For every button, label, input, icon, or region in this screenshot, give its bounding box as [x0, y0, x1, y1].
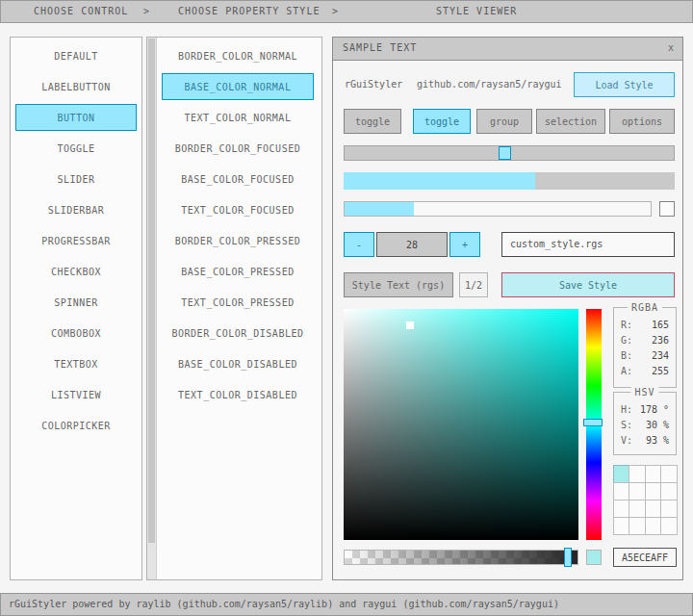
- scrollbar-thumb[interactable]: [148, 38, 155, 543]
- color-sample-cell[interactable]: [660, 482, 678, 500]
- color-sample-cell[interactable]: [660, 465, 678, 483]
- checkbox[interactable]: [659, 201, 675, 217]
- control-item-textbox[interactable]: TEXTBOX: [15, 350, 137, 377]
- property-item-text-color-focused[interactable]: TEXT_COLOR_FOCUSED: [162, 196, 314, 223]
- color-sample-cell[interactable]: [645, 517, 662, 535]
- rgba-value-a[interactable]: 255: [652, 364, 669, 379]
- hsv-value-v[interactable]: 93 %: [646, 433, 669, 449]
- repo-link-label[interactable]: github.com/raysan5/raygui: [417, 72, 562, 97]
- chevron-right-icon: >: [143, 1, 150, 22]
- window-titlebar[interactable]: SAMPLE TEXT x: [333, 38, 682, 61]
- hsv-label-v: V:: [621, 433, 632, 449]
- control-item-spinner[interactable]: SPINNER: [15, 289, 137, 316]
- color-sample-cell[interactable]: [645, 500, 662, 518]
- hsv-label-h: H:: [621, 402, 632, 418]
- control-item-combobox[interactable]: COMBOBOX: [15, 320, 137, 346]
- control-item-sliderbar[interactable]: SLIDERBAR: [15, 196, 137, 223]
- progress-bar-fill: [344, 172, 535, 190]
- rgba-value-g[interactable]: 236: [652, 333, 669, 348]
- current-color-swatch: [586, 550, 602, 565]
- rgba-value-b[interactable]: 234: [652, 348, 669, 364]
- rguistyler-app: CHOOSE CONTROL > CHOOSE PROPERTY STYLE >…: [0, 0, 693, 616]
- rgba-value-r[interactable]: 165: [652, 318, 669, 333]
- slider[interactable]: [344, 145, 675, 161]
- control-item-button[interactable]: BUTTON: [15, 104, 137, 131]
- steps-bar: CHOOSE CONTROL > CHOOSE PROPERTY STYLE >…: [0, 0, 693, 23]
- style-text-button[interactable]: Style Text (rgs): [344, 272, 453, 297]
- property-item-base-color-focused[interactable]: BASE_COLOR_FOCUSED: [162, 166, 314, 192]
- control-item-listview[interactable]: LISTVIEW: [15, 381, 137, 408]
- rgba-group: RGBA R: 165 G: 236 B: 234 A: 255: [613, 307, 677, 388]
- hsv-value-s[interactable]: 30 %: [646, 418, 669, 433]
- control-item-default[interactable]: DEFAULT: [15, 42, 137, 69]
- file-name-input[interactable]: custom_style.rgs: [501, 232, 675, 257]
- property-item-base-color-pressed[interactable]: BASE_COLOR_PRESSED: [162, 258, 314, 285]
- color-sample-cell[interactable]: [613, 482, 630, 500]
- property-item-border-color-pressed[interactable]: BORDER_COLOR_PRESSED: [162, 227, 314, 254]
- hsv-group: HSV H: 178 ° S: 30 % V: 93 %: [613, 392, 677, 455]
- color-sample-cell[interactable]: [613, 465, 630, 483]
- color-picker-panel[interactable]: [344, 309, 578, 540]
- hue-handle[interactable]: [583, 419, 603, 426]
- property-item-text-color-normal[interactable]: TEXT_COLOR_NORMAL: [162, 104, 314, 131]
- color-sample-cell[interactable]: [645, 465, 662, 483]
- rgba-group-title: RGBA: [628, 302, 662, 313]
- color-sample-cell[interactable]: [660, 500, 678, 518]
- spinner-decrease-button[interactable]: -: [344, 232, 374, 257]
- hsv-row-s: S: 30 %: [614, 418, 676, 433]
- toggle-group-item-group[interactable]: group: [476, 109, 532, 134]
- page-indicator-button[interactable]: 1/2: [459, 272, 488, 297]
- property-item-base-color-normal[interactable]: BASE_COLOR_NORMAL: [162, 73, 314, 100]
- alpha-slider-handle[interactable]: [564, 548, 572, 567]
- property-item-text-color-pressed[interactable]: TEXT_COLOR_PRESSED: [162, 289, 314, 316]
- color-picker-cursor[interactable]: [406, 321, 414, 329]
- rgba-row-b: B: 234: [614, 348, 676, 364]
- slider-bar-fill: [345, 202, 414, 216]
- load-style-button[interactable]: Load Style: [574, 72, 675, 97]
- color-sample-cell[interactable]: [613, 517, 630, 535]
- control-item-slider[interactable]: SLIDER: [15, 166, 137, 192]
- color-sample-cell[interactable]: [629, 517, 646, 535]
- control-item-progressbar[interactable]: PROGRESSBAR: [15, 227, 137, 254]
- color-samples-grid: [613, 465, 677, 534]
- toggle-group-item-toggle[interactable]: toggle: [413, 109, 471, 134]
- app-name-label: rGuiStyler: [345, 72, 402, 97]
- slider-handle[interactable]: [499, 146, 511, 160]
- rgba-label-r: R:: [621, 318, 632, 333]
- save-style-button[interactable]: Save Style: [501, 272, 675, 297]
- property-item-border-color-disabled[interactable]: BORDER_COLOR_DISABLED: [162, 320, 314, 346]
- color-sample-cell[interactable]: [629, 482, 646, 500]
- control-item-colorpicker[interactable]: COLORPICKER: [15, 412, 137, 439]
- control-item-toggle[interactable]: TOGGLE: [15, 135, 137, 162]
- hue-bar[interactable]: [586, 309, 602, 540]
- toggle-group-item-selection[interactable]: selection: [536, 109, 605, 134]
- hsv-row-h: H: 178 °: [614, 402, 676, 418]
- spinner-increase-button[interactable]: +: [449, 232, 480, 257]
- alpha-slider[interactable]: [344, 550, 578, 565]
- color-sample-cell[interactable]: [645, 482, 662, 500]
- hex-color-input[interactable]: A5ECEAFF: [613, 548, 677, 567]
- slider-bar[interactable]: [344, 201, 652, 217]
- color-sample-cell[interactable]: [613, 500, 630, 518]
- close-icon[interactable]: x: [668, 38, 674, 59]
- color-sample-cell[interactable]: [660, 517, 678, 535]
- color-sample-cell[interactable]: [629, 500, 646, 518]
- properties-scrollbar[interactable]: [147, 38, 157, 579]
- property-item-border-color-normal[interactable]: BORDER_COLOR_NORMAL: [162, 42, 314, 69]
- toggle-group-item-options[interactable]: options: [609, 109, 675, 134]
- property-item-border-color-focused[interactable]: BORDER_COLOR_FOCUSED: [162, 135, 314, 162]
- property-item-base-color-disabled[interactable]: BASE_COLOR_DISABLED: [162, 350, 314, 377]
- hsv-row-v: V: 93 %: [614, 433, 676, 449]
- spinner-value-box[interactable]: 28: [376, 232, 448, 257]
- control-item-labelbutton[interactable]: LABELBUTTON: [15, 73, 137, 100]
- hsv-value-h[interactable]: 178 °: [640, 402, 669, 418]
- control-item-checkbox[interactable]: CHECKBOX: [15, 258, 137, 285]
- rgba-label-g: G:: [621, 333, 632, 348]
- property-item-text-color-disabled[interactable]: TEXT_COLOR_DISABLED: [162, 381, 314, 408]
- hsv-label-s: S:: [621, 418, 632, 433]
- rgba-label-a: A:: [621, 364, 632, 379]
- color-sample-cell[interactable]: [629, 465, 646, 483]
- step-choose-control: CHOOSE CONTROL: [34, 1, 128, 22]
- step-choose-property-style: CHOOSE PROPERTY STYLE: [178, 1, 320, 22]
- toggle-button[interactable]: toggle: [344, 109, 401, 134]
